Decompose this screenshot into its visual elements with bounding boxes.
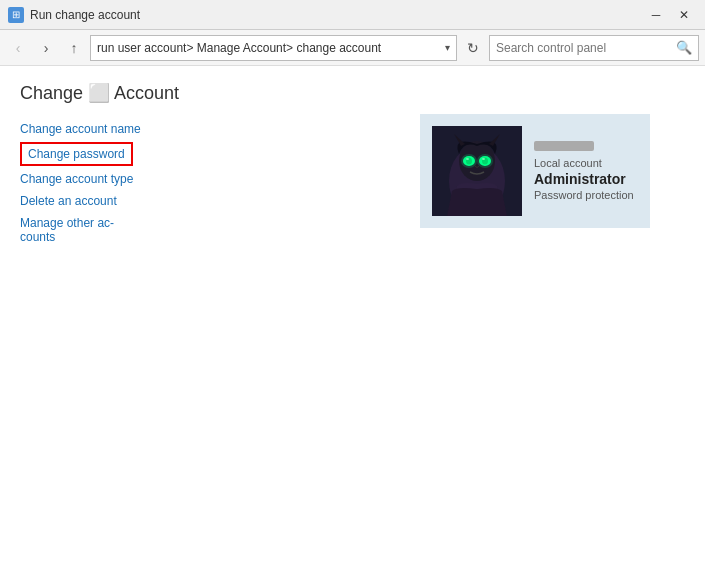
- right-panel: Local account Administrator Password pro…: [260, 114, 685, 580]
- address-input-wrap[interactable]: run user account> Manage Account> change…: [90, 35, 457, 61]
- close-button[interactable]: ✕: [671, 5, 697, 25]
- account-protection: Password protection: [534, 189, 634, 201]
- svg-point-9: [461, 154, 477, 168]
- page-header: Change ⬜ Account: [0, 66, 705, 114]
- account-name: Administrator: [534, 171, 634, 187]
- page-header-highlight: ⬜: [88, 83, 110, 103]
- change-account-name-link[interactable]: Change account name: [20, 118, 260, 140]
- content-area: Change account name Change password Chan…: [0, 114, 705, 580]
- forward-button[interactable]: ›: [34, 36, 58, 60]
- title-bar-left: ⊞ Run change account: [8, 7, 140, 23]
- back-button[interactable]: ‹: [6, 36, 30, 60]
- account-info: Local account Administrator Password pro…: [534, 141, 634, 201]
- window-title: Run change account: [30, 8, 140, 22]
- manage-other-accounts-link[interactable]: Manage other ac­counts: [20, 212, 140, 248]
- address-dropdown-icon[interactable]: ▾: [445, 42, 450, 53]
- blurred-username: [534, 141, 594, 151]
- page-header-suffix: Account: [110, 83, 179, 103]
- main-content: Change ⬜ Account Change account name Cha…: [0, 66, 705, 580]
- left-panel: Change account name Change password Chan…: [20, 114, 260, 580]
- title-bar: ⊞ Run change account ─ ✕: [0, 0, 705, 30]
- page-header-prefix: Change: [20, 83, 88, 103]
- address-text: run user account> Manage Account> change…: [97, 41, 441, 55]
- avatar-svg: [432, 126, 522, 216]
- search-input[interactable]: [496, 41, 676, 55]
- address-bar: ‹ › ↑ run user account> Manage Account> …: [0, 30, 705, 66]
- account-avatar: [432, 126, 522, 216]
- window-controls: ─ ✕: [643, 5, 697, 25]
- refresh-button[interactable]: ↻: [461, 36, 485, 60]
- up-button[interactable]: ↑: [62, 36, 86, 60]
- delete-account-link[interactable]: Delete an account: [20, 190, 260, 212]
- change-account-type-link[interactable]: Change account type: [20, 168, 260, 190]
- svg-point-10: [477, 154, 493, 168]
- search-wrap[interactable]: 🔍: [489, 35, 699, 61]
- account-card: Local account Administrator Password pro…: [420, 114, 650, 228]
- account-type-label: Local account: [534, 157, 634, 169]
- app-icon: ⊞: [8, 7, 24, 23]
- minimize-button[interactable]: ─: [643, 5, 669, 25]
- change-password-link[interactable]: Change password: [20, 142, 133, 166]
- search-icon: 🔍: [676, 40, 692, 55]
